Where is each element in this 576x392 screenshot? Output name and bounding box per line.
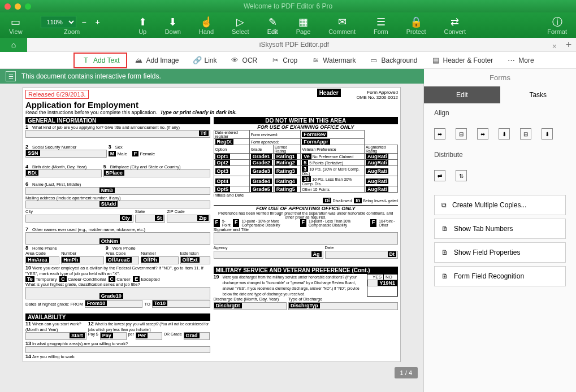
close-tab-icon[interactable]: ×: [552, 40, 557, 54]
align-row: ⬌ ⊟ ⬌ ⬍ ⊟ ⬍: [424, 123, 576, 145]
forms-panel: Forms Edit Tasks Align ⬌ ⊟ ⬌ ⬍ ⊟ ⬍ Distr…: [424, 69, 576, 392]
document-view[interactable]: Released 6/29/2013. Application for Empl…: [0, 84, 424, 392]
align-top-icon[interactable]: ⬍: [499, 128, 510, 140]
field-agency[interactable]: Ag: [214, 251, 323, 259]
tabnum-icon: 🗎: [441, 225, 448, 233]
background-icon: ▭: [369, 56, 378, 65]
distribute-label: Distribute: [424, 145, 576, 164]
form-field-recognition-button[interactable]: 🗎Form Field Recognition: [434, 266, 566, 286]
form-icon: ☰: [6, 71, 16, 81]
props-icon: 🗎: [441, 249, 448, 256]
format-button[interactable]: ⓘFormat: [538, 16, 576, 35]
sub-toolbar: TAdd Text ⛰Add Image 🔗Link 👁OCR ✂Crop ≋W…: [0, 52, 576, 69]
distribute-v-icon[interactable]: ⇅: [456, 170, 467, 181]
zoom-group: 110% − + Zoom: [32, 16, 112, 35]
align-center-v-icon[interactable]: ⊟: [520, 128, 531, 140]
show-field-props-button[interactable]: 🗎Show Field Properties: [434, 242, 566, 263]
field-address[interactable]: StAdd: [25, 201, 210, 208]
align-left-icon[interactable]: ⬌: [434, 128, 445, 140]
background-button[interactable]: ▭Background: [362, 53, 424, 68]
header-footer-button[interactable]: ▤Header & Footer: [425, 53, 500, 68]
field-from10[interactable]: From10: [85, 300, 143, 308]
released-stamp: Released 6/29/2013.: [25, 90, 89, 99]
convert-button[interactable]: ⇄Convert: [435, 16, 475, 35]
field-othernames[interactable]: OthNm: [25, 232, 210, 245]
field-dischrg-dt[interactable]: DischrgDt: [214, 302, 287, 310]
field-geo[interactable]: [25, 346, 210, 353]
section-availability: AVAILABILITY: [25, 313, 210, 321]
home-icon[interactable]: ⌂: [0, 38, 27, 52]
form-title: Application for Employment: [25, 100, 317, 110]
recog-icon: 🗎: [441, 272, 448, 280]
comment-button[interactable]: ✉Comment: [319, 16, 365, 35]
field-ssn[interactable]: SSN: [25, 150, 107, 158]
titlebar: Welcome to PDF Editor 6 Pro: [0, 0, 576, 12]
section-general: GENERAL INFORMATION: [25, 117, 210, 124]
align-bottom-icon[interactable]: ⬍: [542, 128, 553, 140]
add-image-button[interactable]: ⛰Add Image: [127, 53, 185, 68]
page-indicator: 1 / 4: [395, 367, 418, 378]
field-birthplace[interactable]: BPlace: [103, 169, 210, 177]
zoom-select[interactable]: 110%: [41, 16, 76, 28]
document-tab[interactable]: iSkysoft PDF Editor.pdf×: [27, 38, 561, 52]
field-off-area[interactable]: OffAreaC: [106, 256, 140, 264]
field-title[interactable]: Ttl: [25, 130, 210, 138]
up-button[interactable]: ⬆Up: [129, 16, 156, 35]
window-title: Welcome to PDF Editor 6 Pro: [0, 2, 576, 10]
field-birthdate[interactable]: BDt: [25, 169, 102, 177]
select-button[interactable]: ▷Select: [223, 16, 258, 35]
form-approved: Form ApprovedOMB No. 3206-0012: [357, 90, 398, 100]
form-button[interactable]: ☰Form: [365, 16, 397, 35]
link-button[interactable]: 🔗Link: [186, 53, 224, 68]
protect-button[interactable]: 🔒Protect: [397, 16, 435, 35]
add-tab-button[interactable]: +: [561, 39, 576, 51]
field-state[interactable]: St: [135, 215, 165, 223]
view-button[interactable]: ▭View: [0, 16, 32, 35]
field-grade10[interactable]: Grade10: [25, 287, 210, 299]
tab-tasks[interactable]: Tasks: [500, 86, 577, 103]
tab-row: ⌂ iSkysoft PDF Editor.pdf× +: [0, 38, 576, 52]
add-text-button[interactable]: TAdd Text: [73, 53, 127, 68]
watermark-button[interactable]: ≋Watermark: [304, 53, 362, 68]
field-city[interactable]: Cty: [25, 215, 133, 223]
tab-edit[interactable]: Edit: [424, 86, 500, 103]
field-per[interactable]: Per: [136, 332, 162, 340]
field-pay[interactable]: Pay: [100, 332, 127, 340]
zoom-in-button[interactable]: +: [92, 16, 103, 28]
ocr-icon: 👁: [231, 56, 240, 65]
field-off-ph[interactable]: OffPh: [141, 256, 178, 264]
distribute-h-icon[interactable]: ⇄: [434, 170, 445, 181]
field-start[interactable]: Start: [25, 332, 86, 340]
form-instructions: Read the instructions before you complet…: [25, 110, 317, 115]
down-button[interactable]: ⬇Down: [156, 16, 190, 35]
field-zip[interactable]: Zip: [167, 215, 210, 223]
field-dischrg-typ[interactable]: DischrgTyp: [288, 302, 398, 310]
header-tag: Header: [317, 89, 341, 97]
field-signature[interactable]: [214, 232, 399, 245]
ocr-button[interactable]: 👁OCR: [224, 53, 265, 68]
more-button[interactable]: ⋯More: [500, 53, 540, 68]
field-date[interactable]: Dt: [325, 251, 398, 259]
text-icon: T: [81, 56, 90, 65]
section-military: MILITARY SERVICE AND VETERAN PREFERENCE …: [214, 267, 399, 274]
appointing-office: FOR USE OF APPOINTING OFFICE ONLY: [214, 205, 399, 211]
field-grad[interactable]: Grad: [184, 332, 210, 340]
crop-button[interactable]: ✂Crop: [264, 53, 304, 68]
field-to10[interactable]: To10: [152, 300, 210, 308]
create-copies-button[interactable]: ⧉Create Multiple Copies...: [434, 195, 566, 215]
panel-title: Forms: [424, 69, 576, 86]
field-y19[interactable]: Y19N1: [367, 280, 397, 286]
field-hm-area[interactable]: HmArea: [25, 256, 59, 264]
field-name[interactable]: NmB: [25, 187, 210, 195]
show-tab-numbers-button[interactable]: 🗎Show Tab Numbers: [434, 219, 566, 239]
hand-button[interactable]: ☝Hand: [190, 16, 223, 35]
align-center-h-icon[interactable]: ⊟: [456, 128, 467, 140]
page-button[interactable]: ▦Page: [287, 16, 320, 35]
field-hm-ph[interactable]: HmPh: [61, 256, 103, 264]
edit-button[interactable]: ✎Edit: [258, 16, 287, 35]
section-donotwrite: DO NOT WRITE IN THIS AREA: [214, 117, 399, 124]
panel-tabs: Edit Tasks: [424, 86, 576, 103]
zoom-out-button[interactable]: −: [79, 16, 90, 28]
field-off-ext[interactable]: OffExt: [180, 256, 210, 264]
align-right-icon[interactable]: ⬌: [477, 128, 488, 140]
